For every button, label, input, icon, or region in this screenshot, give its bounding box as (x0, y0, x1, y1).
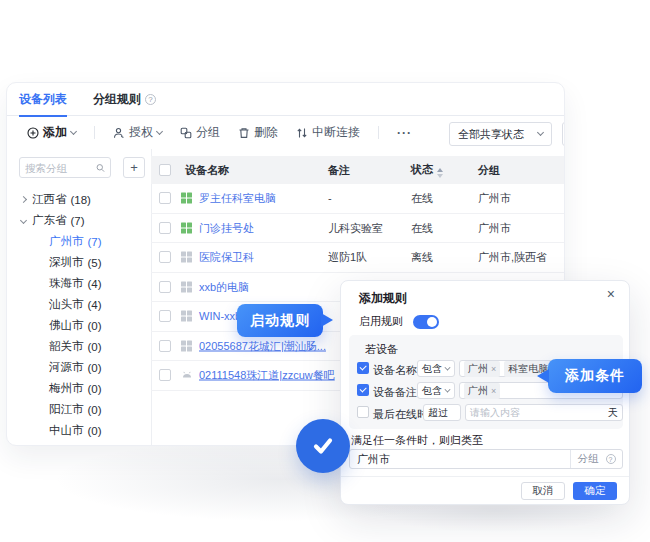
classify-label: 满足任一条件时，则归类至 (351, 433, 483, 448)
more-button[interactable]: ··· (397, 126, 412, 140)
tree-node-foshan[interactable]: 佛山市(0) (7, 315, 151, 336)
windows-icon (181, 281, 192, 292)
row-checkbox[interactable] (159, 251, 171, 263)
days-suffix: 天 (608, 406, 618, 420)
device-name-link[interactable]: 02111548珠江道|zzcuw餐吧 (199, 368, 335, 383)
callout-tail-right (321, 313, 333, 327)
group-search[interactable] (19, 157, 111, 178)
second-filter[interactable]: 全部 (562, 122, 565, 146)
tag: 广州× (464, 361, 500, 377)
enable-rule-toggle[interactable] (413, 315, 439, 329)
group-button[interactable]: 分组 (180, 124, 220, 141)
remove-tag-icon[interactable]: × (491, 364, 496, 374)
help-icon[interactable]: ? (145, 94, 156, 105)
windows-icon (181, 193, 192, 204)
status-text: 在线 (411, 191, 433, 206)
unchecked-checkbox[interactable] (357, 406, 369, 418)
tree-node-guangzhou[interactable]: 广州市(7) (7, 231, 151, 252)
add-condition-callout: 添加条件 (548, 359, 642, 393)
close-icon[interactable]: × (607, 286, 615, 302)
col-status[interactable]: 状态 (411, 162, 443, 178)
chevron-down-icon (70, 127, 77, 134)
section-label: 若设备 (365, 342, 398, 357)
device-name-link[interactable]: 医院保卫科 (199, 250, 254, 265)
device-name-link[interactable]: 02055687花城汇|潮汕肠... (199, 338, 326, 353)
tree-node-jiangxi[interactable]: 江西省(18) (7, 189, 151, 210)
table-row[interactable]: 罗主任科室电脑 - 在线 广州市 (151, 184, 565, 214)
tree-node-yangjiang[interactable]: 阳江市(0) (7, 399, 151, 420)
cancel-button[interactable]: 取消 (521, 482, 565, 500)
tab-bar: 设备列表 分组规则 ? (7, 83, 564, 116)
windows-icon (181, 311, 192, 322)
share-status-filter[interactable]: 全部共享状态 (449, 122, 552, 146)
table-row[interactable]: 医院保卫科 巡防1队 离线 广州市,陕西省 (151, 243, 565, 273)
confirm-button[interactable]: 确定 (573, 482, 617, 500)
chevron-down-icon (20, 217, 27, 224)
device-name-link[interactable]: xxb的电脑 (199, 279, 249, 294)
device-note: 巡防1队 (328, 250, 367, 265)
condition-last-online: 最后在线时间 超过 请输入内容 天 (349, 404, 623, 421)
status-text: 离线 (411, 250, 433, 265)
group-text: 广州市,陕西省 (478, 250, 547, 265)
row-checkbox[interactable] (159, 192, 171, 204)
row-checkbox[interactable] (159, 281, 171, 293)
days-input[interactable]: 请输入内容 天 (465, 404, 623, 421)
row-checkbox[interactable] (159, 340, 171, 352)
group-icon (180, 127, 192, 139)
group-tree: 江西省(18) 广东省(7) 广州市(7) 深圳市(5) 珠海市(4) 汕头市(… (7, 189, 151, 441)
sort-icon[interactable] (437, 168, 443, 178)
tree-node-zhuhai[interactable]: 珠海市(4) (7, 273, 151, 294)
chevron-down-icon (444, 364, 450, 370)
target-group-input[interactable] (350, 453, 570, 465)
tree-node-shaoguan[interactable]: 韶关市(0) (7, 336, 151, 357)
row-checkbox[interactable] (159, 310, 171, 322)
table-header: 设备名称 备注 状态 分组 (151, 156, 565, 184)
group-addon[interactable]: 分组 ? (570, 450, 622, 468)
row-checkbox[interactable] (159, 369, 171, 381)
group-text: 广州市 (478, 191, 511, 206)
device-name-link[interactable]: 罗主任科室电脑 (199, 191, 276, 206)
device-note: - (328, 192, 332, 204)
callout-tail-left (537, 369, 549, 383)
tab-group-rules[interactable]: 分组规则 ? (93, 83, 156, 116)
chevron-down-icon (537, 129, 544, 136)
add-button[interactable]: 添加 (27, 124, 76, 141)
search-icon (96, 163, 105, 173)
disconnect-arrows-icon (296, 127, 308, 139)
checked-checkbox[interactable] (357, 384, 369, 396)
tree-node-zhongshan[interactable]: 中山市(0) (7, 420, 151, 441)
chevron-down-icon (444, 386, 450, 392)
device-name-link[interactable]: WIN-xxb (199, 310, 241, 322)
add-group-button[interactable]: + (123, 157, 145, 178)
check-badge (296, 419, 350, 473)
device-name-link[interactable]: 门诊挂号处 (199, 220, 254, 235)
delete-button[interactable]: 删除 (238, 124, 278, 141)
select-all-checkbox[interactable] (159, 164, 171, 176)
search-input[interactable] (25, 162, 93, 174)
target-group-field: 分组 ? (349, 449, 623, 469)
group-text: 广州市 (478, 220, 511, 235)
start-rule-callout: 启动规则 (237, 304, 323, 337)
group-search-row: + (19, 157, 145, 178)
disconnect-button[interactable]: 中断连接 (296, 124, 360, 141)
tab-device-list[interactable]: 设备列表 (19, 83, 67, 116)
operator-select[interactable]: 超过 (423, 404, 461, 421)
chevron-down-icon (156, 127, 163, 134)
tree-node-shantou[interactable]: 汕头市(4) (7, 294, 151, 315)
status-text: 在线 (411, 220, 433, 235)
tree-node-heyuan[interactable]: 河源市(0) (7, 357, 151, 378)
toolbar-divider (94, 126, 95, 139)
remove-tag-icon[interactable]: × (491, 386, 496, 396)
operator-select[interactable]: 包含 (417, 360, 455, 377)
table-row[interactable]: 门诊挂号处 儿科实验室 在线 广州市 (151, 214, 565, 244)
tree-node-meizhou[interactable]: 梅州市(0) (7, 378, 151, 399)
row-checkbox[interactable] (159, 222, 171, 234)
operator-select[interactable]: 包含 (417, 382, 455, 399)
input-placeholder: 请输入内容 (470, 406, 520, 420)
tree-node-shenzhen[interactable]: 深圳市(5) (7, 252, 151, 273)
checked-checkbox[interactable] (357, 362, 369, 374)
authorize-button[interactable]: 授权 (113, 124, 162, 141)
windows-icon (181, 340, 192, 351)
enable-rule-label: 启用规则 (359, 314, 403, 329)
tree-node-guangdong[interactable]: 广东省(7) (7, 210, 151, 231)
